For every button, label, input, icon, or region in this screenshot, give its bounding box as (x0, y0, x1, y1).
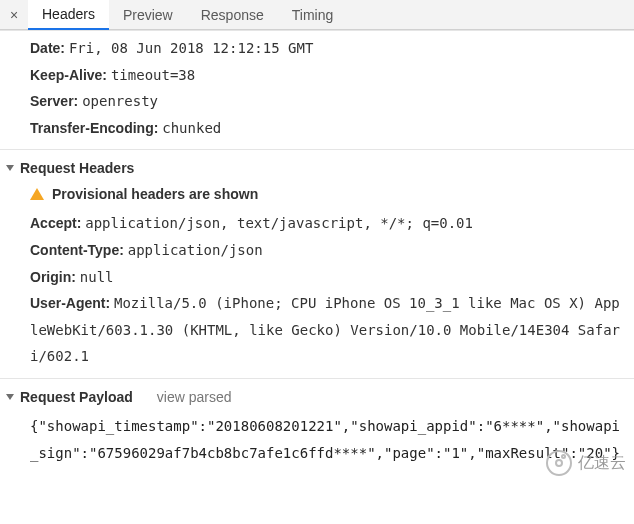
header-value: chunked (162, 120, 221, 136)
response-headers-list: Date: Fri, 08 Jun 2018 12:12:15 GMT Keep… (0, 35, 634, 145)
header-row: Date: Fri, 08 Jun 2018 12:12:15 GMT (30, 35, 626, 62)
tab-headers[interactable]: Headers (28, 0, 109, 30)
tab-response[interactable]: Response (187, 0, 278, 30)
header-key: Accept: (30, 215, 81, 231)
tab-label: Preview (123, 7, 173, 23)
header-key: Content-Type: (30, 242, 124, 258)
warning-text: Provisional headers are shown (52, 186, 258, 202)
header-key: User-Agent: (30, 295, 110, 311)
payload-body: {"showapi_timestamp":"20180608201221","s… (0, 411, 634, 474)
view-parsed-link[interactable]: view parsed (157, 389, 232, 405)
header-key: Keep-Alive: (30, 67, 107, 83)
header-key: Origin: (30, 269, 76, 285)
header-row: User-Agent: Mozilla/5.0 (iPhone; CPU iPh… (30, 290, 626, 370)
header-value: Fri, 08 Jun 2018 12:12:15 GMT (69, 40, 313, 56)
header-row: Content-Type: application/json (30, 237, 626, 264)
chevron-down-icon (6, 394, 14, 400)
provisional-warning: Provisional headers are shown (0, 182, 634, 210)
header-row: Keep-Alive: timeout=38 (30, 62, 626, 89)
request-headers-toggle[interactable]: Request Headers (0, 154, 634, 182)
header-row: Server: openresty (30, 88, 626, 115)
close-glyph: × (10, 7, 18, 23)
request-headers-list: Accept: application/json, text/javascrip… (0, 210, 634, 374)
section-title: Request Headers (20, 160, 134, 176)
tab-label: Timing (292, 7, 334, 23)
tab-label: Headers (42, 6, 95, 22)
request-headers-section: Request Headers Provisional headers are … (0, 149, 634, 378)
header-value: openresty (82, 93, 158, 109)
header-row: Transfer-Encoding: chunked (30, 115, 626, 142)
header-row: Accept: application/json, text/javascrip… (30, 210, 626, 237)
tab-timing[interactable]: Timing (278, 0, 348, 30)
chevron-down-icon (6, 165, 14, 171)
header-row: Origin: null (30, 264, 626, 291)
tab-label: Response (201, 7, 264, 23)
tab-preview[interactable]: Preview (109, 0, 187, 30)
header-key: Server: (30, 93, 78, 109)
tabs-bar: × Headers Preview Response Timing (0, 0, 634, 30)
header-value: timeout=38 (111, 67, 195, 83)
close-icon[interactable]: × (4, 5, 24, 25)
request-payload-toggle[interactable]: Request Payload view parsed (0, 383, 634, 411)
section-title: Request Payload (20, 389, 133, 405)
response-headers-section: Date: Fri, 08 Jun 2018 12:12:15 GMT Keep… (0, 30, 634, 149)
header-value: Mozilla/5.0 (iPhone; CPU iPhone OS 10_3_… (30, 295, 620, 364)
header-key: Date: (30, 40, 65, 56)
header-value: null (80, 269, 114, 285)
header-key: Transfer-Encoding: (30, 120, 158, 136)
request-payload-section: Request Payload view parsed {"showapi_ti… (0, 378, 634, 478)
header-value: application/json (128, 242, 263, 258)
warning-icon (30, 188, 44, 200)
header-value: application/json, text/javascript, */*; … (85, 215, 473, 231)
